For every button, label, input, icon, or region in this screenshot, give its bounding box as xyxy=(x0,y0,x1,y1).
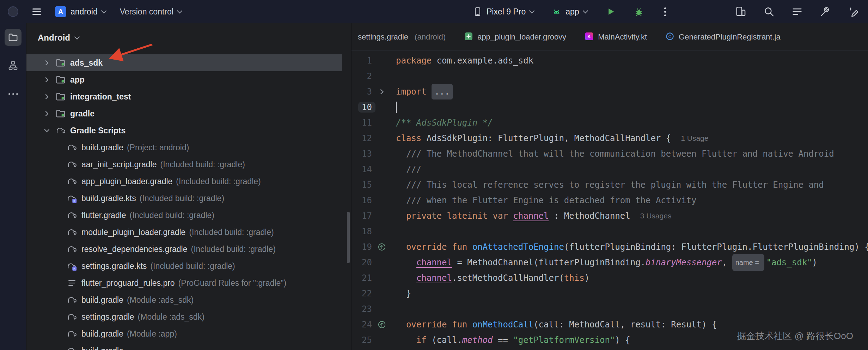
line-number[interactable]: 2 xyxy=(352,71,374,81)
line-number[interactable]: 13 xyxy=(352,149,374,159)
app-inspection-button[interactable] xyxy=(819,6,831,18)
code-line-16[interactable]: 16 /// when the Flutter Engine is detach… xyxy=(352,193,868,208)
code-line-3[interactable]: 3import ... xyxy=(352,84,868,99)
code-text[interactable]: class AdsSdkPlugin: FlutterPlugin, Metho… xyxy=(396,131,708,146)
code-text[interactable] xyxy=(396,102,397,113)
code-line-1[interactable]: 1package com.example.ads_sdk xyxy=(352,53,868,68)
code-text[interactable]: import ... xyxy=(396,84,453,99)
code-line-23[interactable]: 23 xyxy=(352,301,868,317)
code-line-2[interactable]: 2 xyxy=(352,68,868,84)
project-tool-window-button[interactable] xyxy=(5,29,22,46)
code-line-19[interactable]: 19 override fun onAttachedToEngine(flutt… xyxy=(352,239,868,255)
tree-item-ads-sdk[interactable]: ads_sdk xyxy=(26,54,342,71)
tree-item-build-gradle-project-android[interactable]: build.gradle(Project: android) xyxy=(26,139,342,156)
code-text[interactable]: package com.example.ads_sdk xyxy=(396,53,533,68)
tab-app-plugin-loader-groovy[interactable]: app_plugin_loader.groovy xyxy=(455,23,575,51)
code-line-12[interactable]: 12class AdsSdkPlugin: FlutterPlugin, Met… xyxy=(352,131,868,146)
tab-settings-gradle[interactable]: settings.gradle(android) xyxy=(352,23,455,51)
tab-generatedpluginregistrant-ja[interactable]: CGeneratedPluginRegistrant.ja xyxy=(656,23,790,51)
tree-item-settings-gradle-module-ads-sdk[interactable]: settings.gradle(Module :ads_sdk) xyxy=(26,308,342,325)
line-number[interactable]: 11 xyxy=(352,118,374,128)
code-line-11[interactable]: 11/** AdsSdkPlugin */ xyxy=(352,115,868,131)
code-text[interactable]: override fun onMethodCall(call: MethodCa… xyxy=(396,317,717,332)
code-line-13[interactable]: 13 /// The MethodChannel that will the c… xyxy=(352,146,868,162)
line-number[interactable]: 18 xyxy=(352,227,374,236)
run-button[interactable] xyxy=(606,7,616,17)
version-control-widget[interactable]: Version control xyxy=(120,7,182,17)
tree-item-module-plugin-loader-gradle-included-build-gradle[interactable]: module_plugin_loader.gradle(Included bui… xyxy=(26,224,342,241)
code-text[interactable]: /// The MethodChannel that will the comm… xyxy=(396,146,834,162)
line-number[interactable]: 25 xyxy=(352,335,374,345)
code-line-15[interactable]: 15 /// This local reference serves to re… xyxy=(352,177,868,193)
main-menu-burger-icon[interactable] xyxy=(32,8,41,15)
code-text[interactable]: channel.setMethodCallHandler(this) xyxy=(396,270,589,286)
line-number[interactable]: 14 xyxy=(352,164,374,174)
line-number[interactable]: 17 xyxy=(352,211,374,221)
override-marker-icon[interactable] xyxy=(374,242,390,252)
code-line-14[interactable]: 14 /// xyxy=(352,162,868,177)
line-number[interactable]: 16 xyxy=(352,195,374,205)
line-number[interactable]: 10 xyxy=(352,102,374,113)
code-text[interactable]: /// xyxy=(396,162,421,177)
tab-mainactivity-kt[interactable]: KMainActivity.kt xyxy=(575,23,656,51)
tree-item-flutter-gradle-included-build-gradle[interactable]: flutter.gradle(Included build: :gradle) xyxy=(26,207,342,224)
tree-item-resolve-dependencies-gradle-included-build-gradle[interactable]: resolve_dependencies.gradle(Included bui… xyxy=(26,241,342,258)
fold-chevron-icon[interactable] xyxy=(374,88,390,96)
tree-item-build-gradle-module-app[interactable]: build.gradle(Module :app) xyxy=(26,325,342,342)
project-tree-scrollbar[interactable] xyxy=(347,212,350,263)
code-text[interactable]: channel = MethodChannel(flutterPluginBin… xyxy=(396,254,817,271)
device-manager-button[interactable] xyxy=(735,6,747,18)
code-line-18[interactable]: 18 xyxy=(352,224,868,239)
structure-tool-window-button[interactable] xyxy=(5,57,22,74)
tree-item-flutter-proguard-rules-pro-proguard-rules-for-gradle[interactable]: flutter_proguard_rules.pro(ProGuard Rule… xyxy=(26,274,342,291)
device-selector[interactable]: Pixel 9 Pro xyxy=(472,7,534,17)
code-line-17[interactable]: 17 private lateinit var channel : Method… xyxy=(352,208,868,224)
code-text[interactable]: if (call.method == "getPlatformVersion")… xyxy=(396,332,630,348)
code-text[interactable]: /// when the Flutter Engine is detached … xyxy=(396,193,697,208)
code-text[interactable]: } xyxy=(396,286,411,301)
line-number[interactable]: 15 xyxy=(352,180,374,190)
code-line-21[interactable]: 21 channel.setMethodCallHandler(this) xyxy=(352,270,868,286)
project-view-selector[interactable]: Android xyxy=(26,23,351,46)
line-number[interactable]: 21 xyxy=(352,273,374,283)
code-line-20[interactable]: 20 channel = MethodChannel(flutterPlugin… xyxy=(352,255,868,270)
debug-button[interactable] xyxy=(634,7,644,17)
line-number[interactable]: 19 xyxy=(352,242,374,252)
override-marker-icon[interactable] xyxy=(374,320,390,329)
run-configuration-selector[interactable]: app xyxy=(552,7,587,17)
tree-item-integration-test[interactable]: integration_test xyxy=(26,88,342,105)
code-line-10[interactable]: 10 xyxy=(352,99,868,115)
chevron-right-icon[interactable] xyxy=(39,76,55,84)
search-button[interactable] xyxy=(763,6,775,18)
code-text[interactable]: /// This local reference serves to regis… xyxy=(396,177,824,193)
tree-item-gradle[interactable]: gradle xyxy=(26,105,342,122)
more-actions-kebab-icon[interactable] xyxy=(662,7,668,16)
tree-item-build-gradle[interactable]: build.gradle xyxy=(26,342,342,350)
tree-item-build-gradle-kts-included-build-gradle[interactable]: Kbuild.gradle.kts(Included build: :gradl… xyxy=(26,190,342,207)
project-widget[interactable]: A android xyxy=(55,6,106,17)
tree-item-aar-init-script-gradle-included-build-gradle[interactable]: aar_init_script.gradle(Included build: :… xyxy=(26,156,342,173)
line-number[interactable]: 23 xyxy=(352,304,374,314)
line-number[interactable]: 22 xyxy=(352,289,374,298)
tree-item-settings-gradle-kts-included-build-gradle[interactable]: Ksettings.gradle.kts(Included build: :gr… xyxy=(26,258,342,274)
code-text[interactable]: private lateinit var channel : MethodCha… xyxy=(396,208,671,224)
code-line-22[interactable]: 22 } xyxy=(352,286,868,301)
tree-item-gradle-scripts[interactable]: Gradle Scripts xyxy=(26,122,342,139)
tree-item-app-plugin-loader-gradle-included-build-gradle[interactable]: app_plugin_loader.gradle(Included build:… xyxy=(26,173,342,190)
chevron-right-icon[interactable] xyxy=(39,59,55,67)
tree-item-app[interactable]: app xyxy=(26,71,342,88)
chevron-right-icon[interactable] xyxy=(39,92,55,101)
line-number[interactable]: 24 xyxy=(352,320,374,330)
code-text[interactable]: /** AdsSdkPlugin */ xyxy=(396,115,493,131)
chevron-down-icon[interactable] xyxy=(39,126,55,135)
line-number[interactable]: 12 xyxy=(352,133,374,143)
more-tool-windows-button[interactable] xyxy=(5,85,22,102)
line-number[interactable]: 1 xyxy=(352,56,374,66)
tree-item-build-gradle-module-ads-sdk[interactable]: build.gradle(Module :ads_sdk) xyxy=(26,291,342,308)
chevron-right-icon[interactable] xyxy=(39,109,55,118)
gemini-button[interactable] xyxy=(848,6,860,18)
code-text[interactable]: override fun onAttachedToEngine(flutterP… xyxy=(396,239,868,255)
logcat-button[interactable] xyxy=(791,6,803,18)
line-number[interactable]: 3 xyxy=(352,87,374,97)
line-number[interactable]: 20 xyxy=(352,258,374,267)
